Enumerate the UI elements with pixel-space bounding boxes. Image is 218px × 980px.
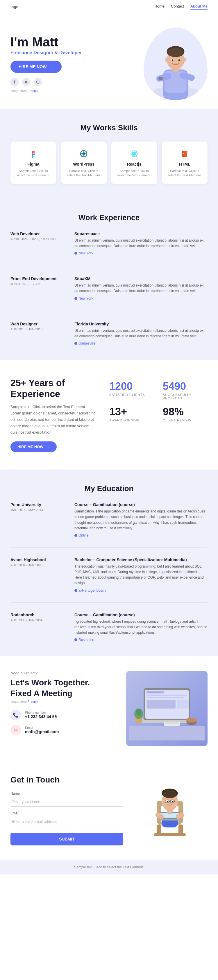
svg-rect-19 bbox=[32, 156, 34, 158]
skill-card-reactjs: Reactjs Sample text. Click to select the… bbox=[111, 142, 157, 184]
instagram-icon[interactable]: ⬡ bbox=[34, 78, 42, 86]
work-item-0: Web Developer APRIL 2021 - 2023 (PRESENT… bbox=[10, 231, 208, 255]
laptop-svg bbox=[129, 677, 205, 740]
facebook-icon[interactable]: f bbox=[10, 78, 19, 86]
stat-item-0: 1200 SATISFIED CLIENTS bbox=[109, 380, 154, 400]
edu-list: Penn University MAR 2014 - MAY 2014 Cour… bbox=[10, 502, 208, 642]
svg-rect-48 bbox=[165, 723, 179, 724]
stat-number-0: 1200 bbox=[109, 380, 154, 392]
stats-left: 25+ Years of Experience Sample text. Cli… bbox=[10, 377, 98, 452]
edu-location-0: Online bbox=[74, 533, 208, 538]
phone-icon: 📞 bbox=[10, 710, 21, 720]
location-dot-0 bbox=[74, 252, 77, 255]
stats-desc: Sample text. Click to select the Text El… bbox=[10, 404, 98, 436]
svg-point-8 bbox=[183, 58, 186, 62]
name-form-group: Name bbox=[10, 791, 123, 807]
svg-point-70 bbox=[167, 801, 168, 802]
work-list: Web Developer APRIL 2021 - 2023 (PRESENT… bbox=[10, 231, 208, 345]
svg-rect-16 bbox=[32, 151, 34, 153]
hire-me-button[interactable]: HIRE ME NOW → bbox=[10, 60, 62, 73]
name-input[interactable] bbox=[10, 797, 123, 807]
course-0: Course – Gamification (course) bbox=[74, 502, 208, 507]
desc-1: Ut enim ad minim veniam, quis nostrud ex… bbox=[74, 283, 208, 294]
svg-point-20 bbox=[34, 153, 35, 155]
education-section: My Education Penn University MAR 2014 - … bbox=[0, 469, 218, 656]
course-1: Bachelor – Computer Science (Specializat… bbox=[74, 557, 208, 562]
email-label: Email bbox=[25, 726, 59, 729]
work-right-0: Squarespace Ut enim ad minim veniam, qui… bbox=[74, 231, 208, 255]
hero-heading: I'm Matt bbox=[10, 35, 82, 49]
nav-home[interactable]: Home bbox=[154, 4, 165, 10]
work-left-2: Web Designer AUG 2016 - JUN 2018 bbox=[10, 321, 69, 345]
svg-rect-40 bbox=[177, 700, 189, 708]
project-freepik-link[interactable]: Freepik bbox=[27, 700, 38, 703]
email-value: math@gmail.com bbox=[25, 729, 59, 734]
stats-arrow-icon: → bbox=[46, 445, 50, 449]
company-1: SituaXM bbox=[74, 277, 208, 281]
hero-right bbox=[144, 27, 208, 100]
svg-rect-52 bbox=[154, 833, 186, 836]
stats-hire-button[interactable]: HIRE ME NOW → bbox=[10, 441, 57, 452]
freepik-link[interactable]: Freepik bbox=[27, 89, 38, 92]
company-2: Florida University bbox=[74, 321, 208, 326]
stats-hire-label: HIRE ME NOW bbox=[18, 445, 43, 449]
edu-location-dot-1 bbox=[74, 589, 77, 592]
stat-number-3: 98% bbox=[163, 406, 208, 418]
edu-desc-1: The education was mainly Java-based prog… bbox=[74, 564, 208, 586]
html-name: HTML bbox=[179, 162, 191, 167]
svg-point-7 bbox=[165, 58, 168, 62]
svg-rect-17 bbox=[34, 151, 35, 153]
social-icons: f ✕ ⬡ bbox=[10, 78, 82, 86]
edu-location-dot-0 bbox=[74, 534, 77, 537]
stat-number-1: 5490 bbox=[163, 380, 208, 392]
svg-text:H: H bbox=[183, 153, 184, 154]
work-item-1: Front-End Development JUN 2018 - FEB 202… bbox=[10, 277, 208, 300]
hero-image-credit: Image from Freepik bbox=[10, 89, 82, 92]
svg-rect-38 bbox=[146, 697, 184, 698]
phone-value: +1 232 343 44 55 bbox=[25, 714, 57, 719]
twitter-x-icon[interactable]: ✕ bbox=[22, 78, 30, 86]
stat-label-3: CLIENT REVIEW bbox=[163, 418, 208, 422]
figma-icon bbox=[27, 148, 39, 159]
email-form-group: Email bbox=[10, 811, 123, 826]
job-date-0: APRIL 2021 - 2023 (PRESENT) bbox=[10, 237, 69, 241]
stat-item-3: 98% CLIENT REVIEW bbox=[163, 406, 208, 422]
figma-name: Figma bbox=[27, 162, 39, 167]
svg-rect-58 bbox=[171, 820, 178, 826]
edu-date-1: AUG 2004 - JUN 2008 bbox=[10, 563, 69, 567]
location-1: New York bbox=[74, 296, 208, 301]
edu-desc-0: Gamification is the application of game … bbox=[74, 509, 208, 531]
work-right-2: Florida University Ut enim ad minim veni… bbox=[74, 321, 208, 345]
skills-section: My Works Skills Figma Sample text. Click… bbox=[0, 109, 218, 199]
stat-number-2: 13+ bbox=[109, 406, 154, 418]
svg-rect-42 bbox=[186, 718, 197, 722]
edu-item-2: Rodenborch AUG 1999 - JUN 2004 Course – … bbox=[10, 612, 208, 642]
nav-contact[interactable]: Contact bbox=[171, 4, 184, 10]
contact-info: 📞 Phone number +1 232 343 44 55 ✉ Email … bbox=[10, 710, 117, 735]
work-left-0: Web Developer APRIL 2021 - 2023 (PRESENT… bbox=[10, 231, 69, 255]
reactjs-name: Reactjs bbox=[127, 162, 141, 167]
nav-about[interactable]: About Me bbox=[191, 4, 208, 10]
laptop-mockup bbox=[126, 671, 208, 746]
svg-rect-32 bbox=[129, 726, 205, 740]
svg-point-12 bbox=[178, 59, 180, 61]
job-title-1: Front-End Development bbox=[10, 277, 69, 281]
desc-2: Ut enim ad minim veniam, quis nostrud ex… bbox=[74, 328, 208, 339]
project-heading-line2: Fixed A Meeting bbox=[10, 689, 72, 698]
footer-text: Sample text. Click to select the Text El… bbox=[10, 865, 208, 869]
school-1: Avans Highschool bbox=[10, 557, 69, 562]
svg-point-25 bbox=[133, 153, 135, 155]
html-icon: H bbox=[179, 148, 191, 159]
submit-button[interactable]: SUBMIT bbox=[10, 833, 123, 845]
edu-left-1: Avans Highschool AUG 2004 - JUN 2008 bbox=[10, 557, 69, 592]
stat-label-0: SATISFIED CLIENTS bbox=[109, 393, 154, 396]
svg-point-11 bbox=[172, 59, 173, 61]
edu-left-0: Penn University MAR 2014 - MAY 2014 bbox=[10, 502, 69, 538]
reactjs-icon bbox=[128, 148, 140, 159]
email-input[interactable] bbox=[10, 817, 123, 826]
email-detail: Email math@gmail.com bbox=[25, 726, 59, 734]
project-cta-section: Need a Project? Let's Work Together. Fix… bbox=[0, 656, 218, 761]
project-right bbox=[126, 671, 208, 746]
wordpress-icon bbox=[78, 148, 90, 159]
stat-label-2: AWARD WINNING bbox=[109, 418, 154, 422]
